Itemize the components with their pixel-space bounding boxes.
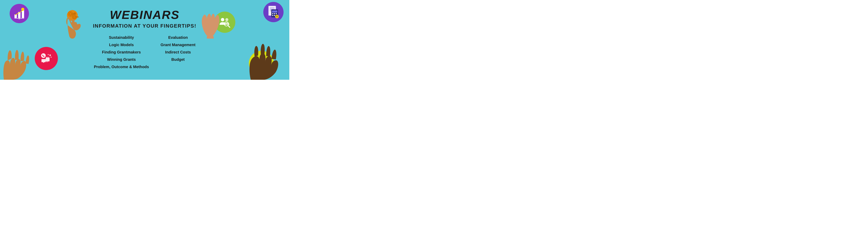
svg-rect-56 xyxy=(207,36,214,39)
calculator-icon: $ xyxy=(263,2,283,22)
page-title: WEBINARS xyxy=(93,8,196,22)
svg-rect-43 xyxy=(43,62,44,63)
hand-keys-svg xyxy=(60,0,85,39)
svg-point-48 xyxy=(68,11,73,16)
topic-budget[interactable]: Budget xyxy=(171,57,185,62)
topic-problem-outcome-methods[interactable]: Problem, Outcome & Methods xyxy=(94,64,149,69)
svg-point-46 xyxy=(51,57,52,58)
chart-icon xyxy=(10,4,29,23)
topic-logic-models[interactable]: Logic Models xyxy=(109,42,134,48)
topic-grant-management[interactable]: Grant Management xyxy=(160,42,195,48)
svg-rect-42 xyxy=(41,59,46,62)
topics-right-column: Evaluation Grant Management Indirect Cos… xyxy=(160,35,195,62)
center-content: WEBINARS INFORMATION AT YOUR FINGERTIPS!… xyxy=(93,8,196,69)
svg-point-16 xyxy=(272,15,273,16)
svg-text:$: $ xyxy=(276,15,278,18)
svg-rect-12 xyxy=(272,10,277,12)
hand-bottom-right-svg xyxy=(247,30,289,80)
svg-line-24 xyxy=(228,26,230,27)
page-subtitle: INFORMATION AT YOUR FINGERTIPS! xyxy=(93,23,196,29)
svg-rect-50 xyxy=(72,13,76,14)
hand-bottom-right xyxy=(247,30,289,80)
svg-point-45 xyxy=(48,54,49,55)
topic-indirect-costs[interactable]: Indirect Costs xyxy=(165,50,191,55)
svg-point-22 xyxy=(225,18,228,21)
topic-finding-grantmakers[interactable]: Finding Grantmakers xyxy=(102,50,141,55)
hand-top-right-svg xyxy=(199,0,222,39)
topic-evaluation[interactable]: Evaluation xyxy=(168,35,188,40)
topics-container: Sustainability Logic Models Finding Gran… xyxy=(93,35,196,69)
hand-bottom-left xyxy=(0,37,37,80)
svg-point-44 xyxy=(50,55,51,56)
svg-point-35 xyxy=(41,53,46,58)
svg-rect-36 xyxy=(46,58,50,61)
technology-svg xyxy=(39,52,53,65)
topic-winning-grants[interactable]: Winning Grants xyxy=(107,57,136,62)
chart-svg xyxy=(13,8,25,19)
svg-point-17 xyxy=(274,15,275,16)
calculator-svg: $ xyxy=(268,6,279,18)
hand-bottom-left-svg xyxy=(0,37,37,80)
svg-rect-52 xyxy=(75,12,76,13)
svg-rect-55 xyxy=(75,17,79,18)
technology-icon xyxy=(35,47,58,70)
svg-point-13 xyxy=(272,13,273,14)
svg-point-14 xyxy=(274,13,275,14)
topics-left-column: Sustainability Logic Models Finding Gran… xyxy=(94,35,149,69)
svg-point-15 xyxy=(276,13,277,14)
banner: $ xyxy=(0,0,289,80)
svg-rect-51 xyxy=(74,12,75,13)
hand-top-right xyxy=(199,0,222,39)
hand-keys xyxy=(60,0,85,39)
topic-sustainability[interactable]: Sustainability xyxy=(109,35,134,40)
